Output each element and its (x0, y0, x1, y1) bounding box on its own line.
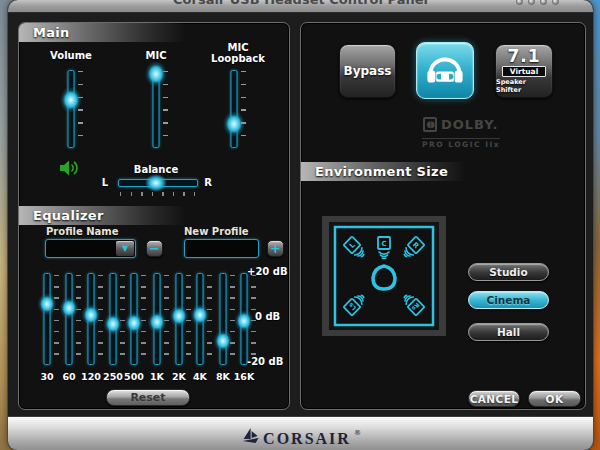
balance-slider[interactable] (118, 179, 198, 187)
speaker-environment-diagram: L C R (322, 216, 446, 340)
window-title: Corsair USB Headset Control Panel (8, 0, 593, 13)
eq-scale-zero: 0 dB (247, 311, 293, 322)
mic-slider[interactable] (141, 70, 171, 148)
dolby-pro-logic-logo: ◖◗ DOLBY. PRO LOGIC IIx (405, 117, 517, 151)
dolby-environment-panel: Bypass 7.1 Virtual Speaker Shifter ◖◗ (300, 22, 586, 410)
bypass-button[interactable]: Bypass (339, 44, 396, 98)
environment-size-header: Environment Size (301, 162, 466, 181)
mic-loopback-slider-thumb[interactable] (223, 111, 245, 137)
titlebar-button-1[interactable] (516, 0, 523, 5)
speaker-shifter-button[interactable]: 7.1 Virtual Speaker Shifter (495, 44, 553, 98)
shifter-speaker-shifter-label: Speaker Shifter (496, 78, 552, 94)
env-hall-button[interactable]: Hall (468, 323, 549, 341)
main-equalizer-panel: Main Volume MIC MIC Loopback (18, 22, 290, 410)
env-studio-button[interactable]: Studio (468, 263, 549, 281)
eq-thumb[interactable] (82, 304, 101, 326)
eq-track[interactable] (44, 273, 51, 365)
dolby-headphone-button[interactable] (416, 42, 474, 99)
balance-right-label: R (202, 177, 214, 188)
shifter-71-label: 7.1 (507, 48, 540, 65)
mic-loopback-slider-ticks (241, 71, 246, 148)
remove-profile-button[interactable]: − (146, 240, 163, 257)
corsair-sails-icon (240, 426, 260, 450)
titlebar-buttons (516, 0, 559, 5)
balance-left-label: L (99, 177, 111, 188)
volume-slider[interactable] (56, 70, 86, 148)
window-footer: CORSAIR ® (8, 416, 593, 450)
titlebar-button-3[interactable] (540, 0, 547, 5)
balance-slider-thumb[interactable] (145, 174, 167, 192)
eq-thumb[interactable] (125, 312, 144, 334)
volume-label: Volume (31, 50, 111, 61)
eq-thumb[interactable] (191, 304, 210, 326)
profile-name-value (46, 243, 50, 254)
eq-thumb[interactable] (148, 311, 167, 333)
mic-loopback-label: MIC Loopback (194, 42, 282, 64)
eq-freq-label: 16K (230, 371, 258, 382)
eq-thumb[interactable] (38, 293, 57, 315)
new-profile-label: New Profile (184, 226, 274, 237)
cancel-button[interactable]: CANCEL (468, 390, 520, 407)
dolby-name: DOLBY. (441, 117, 499, 132)
volume-slider-thumb[interactable] (60, 87, 82, 113)
balance-ticks (120, 192, 198, 196)
titlebar-button-4[interactable] (552, 0, 559, 5)
corsair-logo: CORSAIR ® (240, 426, 361, 450)
profile-name-label: Profile Name (46, 226, 136, 237)
mic-label: MIC (116, 50, 196, 61)
titlebar: Corsair USB Headset Control Panel (8, 0, 593, 13)
profile-name-dropdown[interactable]: ▼ (45, 239, 136, 258)
eq-track[interactable] (66, 273, 73, 365)
speaker-c-label: C (381, 240, 386, 248)
corsair-wordmark: CORSAIR (263, 426, 351, 450)
mic-slider-thumb[interactable] (145, 61, 167, 87)
equalizer-section-header: Equalizer (19, 206, 186, 225)
new-profile-field[interactable] (184, 239, 259, 258)
main-section-header: Main (19, 23, 186, 42)
ok-button[interactable]: OK (528, 390, 581, 407)
dolby-dd-icon: ◖◗ (423, 117, 436, 132)
dropdown-arrow-icon[interactable]: ▼ (116, 241, 134, 256)
speaker-mute-icon[interactable] (59, 159, 81, 177)
dolby-headphone-icon (424, 49, 466, 93)
reset-button[interactable]: Reset (106, 389, 190, 406)
corsair-registered-mark: ® (354, 426, 361, 440)
mic-loopback-slider[interactable] (219, 70, 249, 148)
titlebar-button-2[interactable] (528, 0, 535, 5)
new-profile-input[interactable] (185, 240, 258, 257)
app-window: Corsair USB Headset Control Panel Main V… (8, 0, 593, 450)
add-profile-button[interactable]: + (267, 240, 284, 257)
shifter-virtual-label: Virtual (502, 66, 547, 77)
eq-scale-plus20: +20 dB (247, 266, 293, 277)
env-cinema-button[interactable]: Cinema (468, 291, 549, 309)
eq-scale-minus20: -20 dB (247, 356, 293, 367)
dolby-sub: PRO LOGIC IIx (422, 138, 500, 149)
eq-thumb[interactable] (60, 297, 79, 319)
